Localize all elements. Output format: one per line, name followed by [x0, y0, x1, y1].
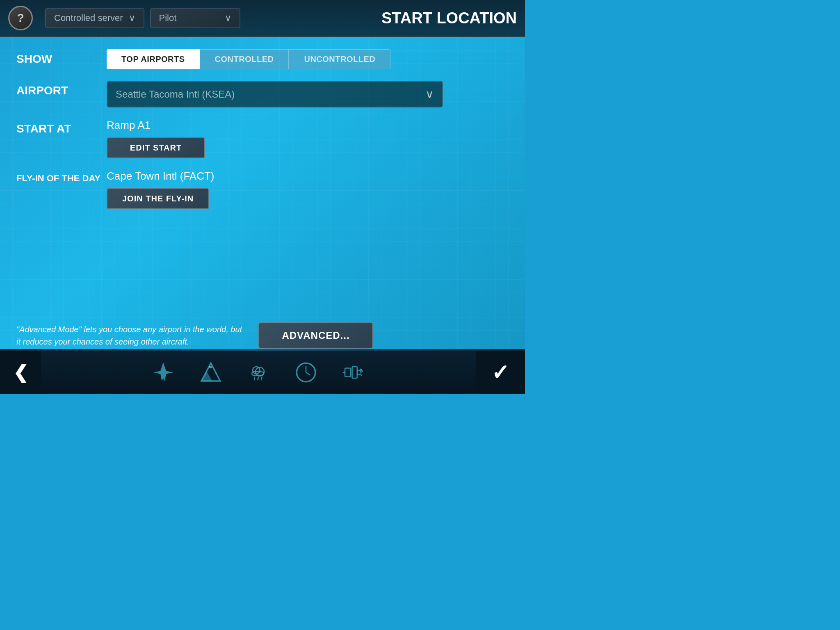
top-dropdowns: Controlled server ∨ Pilot ∨ [45, 8, 369, 28]
advanced-description: "Advanced Mode" lets you choose any airp… [16, 323, 246, 348]
airplane-nav-icon[interactable] [152, 361, 175, 384]
show-row: SHOW TOP AIRPORTS CONTROLLED UNCONTROLLE… [16, 49, 509, 69]
page-title: START LOCATION [381, 9, 517, 27]
edit-start-button[interactable]: EDIT START [107, 137, 205, 158]
svg-rect-12 [345, 368, 351, 377]
advanced-button[interactable]: ADVANCED... [258, 322, 373, 349]
show-tabs: TOP AIRPORTS CONTROLLED UNCONTROLLED [107, 49, 509, 69]
svg-line-15 [357, 374, 362, 375]
help-button[interactable]: ? [8, 6, 33, 30]
fly-in-content: Cape Town Intl (FACT) JOIN THE FLY-IN [107, 170, 509, 209]
svg-rect-13 [352, 367, 357, 378]
fly-in-label: FLY-IN OF THE DAY [16, 170, 107, 184]
airport-label: AIRPORT [16, 81, 107, 97]
bottom-nav-bar: ❮ [0, 351, 525, 394]
fly-in-row: FLY-IN OF THE DAY Cape Town Intl (FACT) … [16, 170, 509, 209]
svg-marker-17 [360, 368, 364, 374]
systems-nav-icon[interactable] [342, 361, 365, 384]
airport-chevron-icon: ∨ [425, 87, 434, 101]
start-at-content: Ramp A1 EDIT START [107, 119, 509, 158]
time-nav-icon[interactable] [294, 361, 317, 384]
top-bar: ? Controlled server ∨ Pilot ∨ START LOCA… [0, 0, 525, 37]
ramp-value: Ramp A1 [107, 119, 509, 132]
mountain-nav-icon[interactable] [199, 361, 222, 384]
advanced-row: "Advanced Mode" lets you choose any airp… [0, 322, 525, 349]
airport-dropdown[interactable]: Seattle Tacoma Intl (KSEA) ∨ [107, 81, 443, 107]
tab-controlled[interactable]: CONTROLLED [200, 49, 289, 69]
svg-line-8 [261, 377, 262, 380]
airport-row: AIRPORT Seattle Tacoma Intl (KSEA) ∨ [16, 81, 509, 107]
show-label: SHOW [16, 49, 107, 66]
weather-nav-icon[interactable] [247, 361, 270, 384]
confirm-button[interactable]: ✓ [476, 351, 525, 394]
nav-icons [41, 361, 476, 384]
airport-dropdown-container: Seattle Tacoma Intl (KSEA) ∨ [107, 81, 509, 107]
back-button[interactable]: ❮ [0, 351, 41, 394]
airport-value: Seattle Tacoma Intl (KSEA) [116, 89, 425, 100]
start-at-label: START AT [16, 119, 107, 135]
tab-uncontrolled[interactable]: UNCONTROLLED [289, 49, 390, 69]
start-at-row: START AT Ramp A1 EDIT START [16, 119, 509, 158]
server-dropdown[interactable]: Controlled server ∨ [45, 8, 144, 28]
tab-top-airports[interactable]: TOP AIRPORTS [107, 49, 200, 69]
pilot-chevron-icon: ∨ [225, 13, 231, 23]
svg-line-7 [258, 377, 258, 380]
svg-line-6 [254, 377, 255, 380]
pilot-dropdown[interactable]: Pilot ∨ [150, 8, 240, 28]
fly-in-location: Cape Town Intl (FACT) [107, 170, 509, 183]
join-fly-in-button[interactable]: JOIN THE FLY-IN [107, 188, 209, 209]
tab-group: TOP AIRPORTS CONTROLLED UNCONTROLLED [107, 49, 509, 69]
svg-line-11 [306, 372, 310, 375]
server-chevron-icon: ∨ [129, 13, 135, 23]
main-content: SHOW TOP AIRPORTS CONTROLLED UNCONTROLLE… [0, 37, 525, 233]
svg-marker-1 [201, 371, 212, 381]
